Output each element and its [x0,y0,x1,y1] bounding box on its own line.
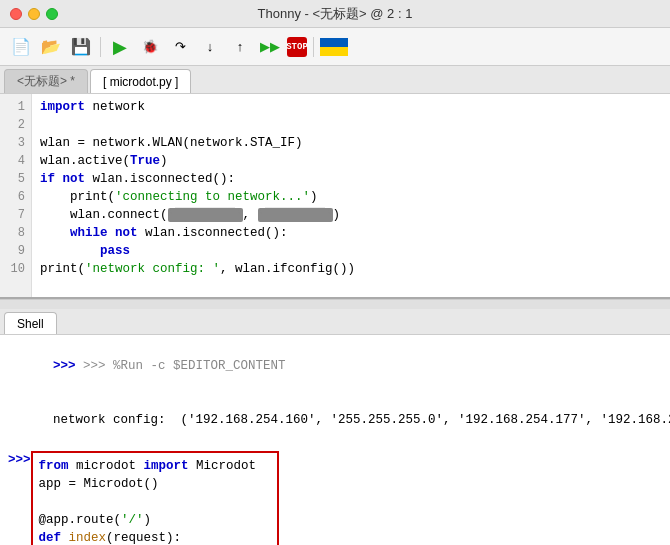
close-button[interactable] [10,8,22,20]
shell-output-line: network config: ('192.168.254.160', '255… [8,393,662,447]
editor-scrollbar[interactable] [0,299,670,309]
window-controls [10,8,58,20]
line-numbers: 1 2 3 4 5 6 7 8 9 10 [0,94,32,297]
shell-panel: Shell >>> >>> %Run -c $EDITOR_CONTENT ne… [0,309,670,545]
shell-tab-bar: Shell [0,309,670,335]
open-button[interactable]: 📂 [38,34,64,60]
step-out-button[interactable]: ↑ [227,34,253,60]
code-line-1: import network [40,98,662,116]
tab-untitled[interactable]: <无标题> * [4,69,88,93]
step-into-button[interactable]: ↓ [197,34,223,60]
code-line-9: pass [40,242,662,260]
code-editor[interactable]: import network wlan = network.WLAN(netwo… [32,94,670,297]
titlebar: Thonny - <无标题> @ 2 : 1 [0,0,670,28]
code-line-6: print('connecting to network...') [40,188,662,206]
code-line-3: wlan = network.WLAN(network.STA_IF) [40,134,662,152]
input-line-4: @app.route('/') [39,511,272,529]
tab-microdot[interactable]: [ microdot.py ] [90,69,191,93]
toolbar: 📄 📂 💾 ▶ 🐞 ↷ ↓ ↑ ▶▶ STOP [0,28,670,66]
code-line-4: wlan.active(True) [40,152,662,170]
input-line-5: def index(request): [39,529,272,545]
editor-area: 1 2 3 4 5 6 7 8 9 10 import network wlan… [0,94,670,299]
code-line-8: while not wlan.isconnected(): [40,224,662,242]
maximize-button[interactable] [46,8,58,20]
new-button[interactable]: 📄 [8,34,34,60]
stop-button[interactable]: STOP [287,37,307,57]
save-button[interactable]: 💾 [68,34,94,60]
debug-button[interactable]: 🐞 [137,34,163,60]
input-line-1: from microdot import Microdot [39,457,272,475]
input-line-3 [39,493,272,511]
ukraine-flag [320,38,348,56]
run-button[interactable]: ▶ [107,34,133,60]
minimize-button[interactable] [28,8,40,20]
code-line-10: print('network config: ', wlan.ifconfig(… [40,260,662,278]
step-over-button[interactable]: ↷ [167,34,193,60]
shell-input-row: >>> from microdot import Microdot app = … [8,447,662,545]
shell-run-line: >>> >>> %Run -c $EDITOR_CONTENT [8,339,662,393]
separator-2 [313,37,314,57]
code-line-5: if not wlan.isconnected(): [40,170,662,188]
input-line-2: app = Microdot() [39,475,272,493]
shell-content[interactable]: >>> >>> %Run -c $EDITOR_CONTENT network … [0,335,670,545]
window-title: Thonny - <无标题> @ 2 : 1 [258,5,413,23]
shell-prompt-2: >>> [8,447,31,469]
shell-tab[interactable]: Shell [4,312,57,334]
tab-bar: <无标题> * [ microdot.py ] [0,66,670,94]
separator-1 [100,37,101,57]
shell-input-block[interactable]: from microdot import Microdot app = Micr… [31,451,280,545]
code-line-2 [40,116,662,134]
code-line-7: wlan.connect('████████', '████████') [40,206,662,224]
resume-button[interactable]: ▶▶ [257,34,283,60]
